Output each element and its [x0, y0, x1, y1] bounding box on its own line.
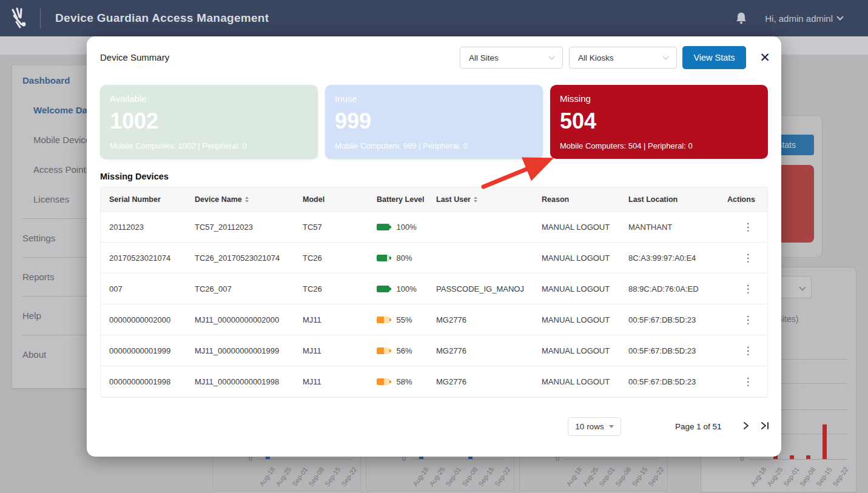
- battery-percent: 100%: [397, 223, 417, 232]
- battery-percent: 58%: [397, 377, 412, 386]
- column-header-label: Serial Number: [109, 195, 161, 204]
- last-page-button[interactable]: [760, 421, 770, 432]
- cell-serial-number: 00000000001998: [101, 377, 186, 386]
- cell-reason: MANUAL LOGOUT: [533, 377, 620, 386]
- rows-per-page-select[interactable]: 10 rows: [568, 417, 621, 436]
- battery-icon: [377, 286, 391, 292]
- cell-last-location: 88:9C:AD:76:0A:ED: [620, 284, 719, 293]
- cell-battery-level: 100%: [368, 223, 428, 232]
- column-header-label: Last User: [436, 195, 471, 204]
- missing-devices-title: Missing Devices: [100, 172, 169, 181]
- cell-model: MJ11: [294, 346, 368, 355]
- cell-last-location: 00:5F:67:DB:5D:23: [620, 377, 719, 386]
- cell-device-name: MJ11_00000000001998: [186, 377, 294, 386]
- row-actions-menu[interactable]: ⋮: [719, 252, 769, 264]
- cell-serial-number: 00000000002000: [101, 315, 186, 324]
- sort-icon[interactable]: [245, 196, 249, 203]
- row-actions-menu[interactable]: ⋮: [719, 314, 769, 326]
- available-card-value: 1002: [110, 109, 308, 134]
- cell-model: TC57: [294, 223, 368, 232]
- kiosks-filter-value: All Kiosks: [578, 53, 614, 62]
- cell-battery-level: 55%: [368, 315, 428, 324]
- cell-model: MJ11: [294, 315, 368, 324]
- background-chart-bar: [806, 455, 810, 459]
- cell-device-name: TC57_20112023: [186, 223, 294, 232]
- column-header-device-name[interactable]: Device Name: [186, 195, 294, 204]
- available-card[interactable]: Available 1002 Mobile Computers: 1002 | …: [100, 85, 318, 159]
- background-chart-axis: [411, 459, 505, 460]
- column-header-serial-number: Serial Number: [101, 195, 186, 204]
- background-chart-axis: [749, 459, 847, 460]
- cell-device-name: MJ11_00000000001999: [186, 346, 294, 355]
- missing-card-value: 504: [560, 109, 758, 134]
- cell-last-user: MG2776: [428, 315, 533, 324]
- column-header-label: Actions: [727, 195, 755, 204]
- column-header-last-user[interactable]: Last User: [428, 195, 533, 204]
- cell-model: TC26: [294, 253, 368, 263]
- user-menu-label: Hi, admin adminl: [765, 13, 833, 24]
- column-header-label: Reason: [542, 195, 569, 204]
- next-page-button[interactable]: [742, 421, 750, 432]
- close-icon[interactable]: ✕: [757, 50, 773, 65]
- app-header: Device Guardian Access Management Hi, ad…: [0, 0, 868, 36]
- row-actions-menu[interactable]: ⋮: [719, 221, 769, 233]
- cell-reason: MANUAL LOGOUT: [533, 346, 620, 355]
- user-menu[interactable]: Hi, admin adminl: [765, 13, 843, 24]
- table-row: 20112023TC57_20112023TC57100%MANUAL LOGO…: [101, 212, 767, 243]
- battery-percent: 56%: [397, 346, 412, 355]
- column-header-actions: Actions: [719, 195, 769, 204]
- inuse-card-detail: Mobile Computers: 999 | Peripheral: 0: [335, 141, 533, 150]
- missing-card[interactable]: Missing 504 Mobile Computers: 504 | Peri…: [550, 85, 768, 159]
- cell-serial-number: 20170523021074: [101, 253, 186, 263]
- table-row: 00000000001998MJ11_00000000001998MJ1158%…: [101, 366, 767, 397]
- chevron-down-icon: [549, 54, 555, 60]
- row-actions-menu[interactable]: ⋮: [719, 375, 769, 388]
- notification-bell-icon[interactable]: [736, 12, 747, 24]
- cell-serial-number: 20112023: [101, 223, 186, 232]
- kiosks-filter-select[interactable]: All Kiosks: [569, 47, 677, 69]
- column-header-label: Last Location: [628, 195, 678, 204]
- missing-card-detail: Mobile Computers: 504 | Peripheral: 0: [560, 141, 758, 150]
- column-header-last-location: Last Location: [620, 195, 719, 204]
- cell-last-user: MG2776: [428, 346, 533, 355]
- sites-filter-select[interactable]: All Sites: [460, 47, 563, 69]
- background-chart-axis: [258, 459, 352, 460]
- inuse-card-label: Inuse: [335, 93, 533, 104]
- battery-icon: [377, 317, 391, 323]
- battery-icon: [377, 378, 391, 385]
- cell-reason: MANUAL LOGOUT: [533, 315, 620, 324]
- cell-reason: MANUAL LOGOUT: [533, 284, 620, 293]
- column-header-battery-level[interactable]: Battery Level: [368, 195, 428, 204]
- column-header-label: Battery Level: [377, 195, 425, 204]
- caret-down-icon: [609, 425, 614, 428]
- battery-percent: 55%: [397, 315, 412, 324]
- cell-model: MJ11: [294, 377, 368, 386]
- device-summary-modal: Device Summary All Sites All Kiosks View…: [87, 36, 781, 457]
- cell-last-user: MG2776: [428, 377, 533, 386]
- battery-percent: 100%: [397, 284, 417, 293]
- cell-last-user: PASSCODE_IG_MANOJ: [428, 284, 533, 293]
- cell-reason: MANUAL LOGOUT: [533, 223, 620, 232]
- table-row: 20170523021074TC26_20170523021074TC2680%…: [101, 243, 767, 273]
- sort-icon[interactable]: [474, 196, 477, 203]
- inuse-card[interactable]: Inuse 999 Mobile Computers: 999 | Periph…: [325, 85, 543, 159]
- row-actions-menu[interactable]: ⋮: [719, 283, 769, 295]
- cell-serial-number: 007: [101, 284, 186, 293]
- available-card-detail: Mobile Computers: 1002 | Peripheral: 0: [110, 141, 308, 150]
- cell-device-name: MJ11_00000000002000: [186, 315, 294, 324]
- row-actions-menu[interactable]: ⋮: [719, 344, 769, 357]
- table-header-row: Serial NumberDevice NameModelBattery Lev…: [101, 187, 767, 212]
- chevron-down-icon: [836, 13, 843, 20]
- zebra-logo: [0, 6, 40, 30]
- inuse-card-value: 999: [335, 109, 533, 134]
- column-header-reason: Reason: [533, 195, 620, 204]
- view-stats-button[interactable]: View Stats: [682, 46, 746, 69]
- battery-icon: [377, 224, 391, 230]
- header-divider: [40, 8, 41, 29]
- column-header-label: Model: [303, 195, 325, 204]
- cell-last-location: 8C:A3:99:97:A0:E4: [620, 253, 719, 263]
- summary-cards: Available 1002 Mobile Computers: 1002 | …: [100, 85, 768, 159]
- available-card-label: Available: [110, 93, 308, 104]
- battery-percent: 80%: [397, 253, 412, 263]
- background-chart-bar: [823, 424, 827, 459]
